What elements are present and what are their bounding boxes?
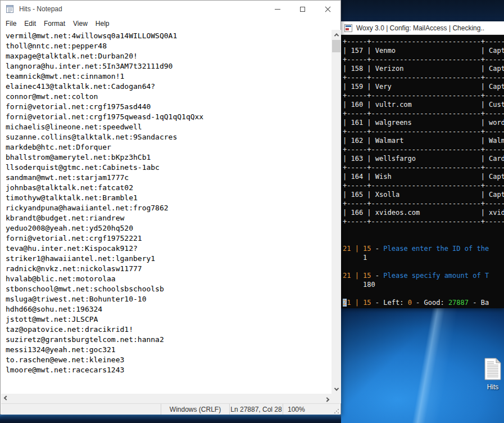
chevron-down-icon <box>334 386 338 390</box>
console-title: Woxy 3.0 | Config: MailAccess | Checking… <box>356 24 484 32</box>
notepad-window: Hits - Notepad File Edit Format View Hel… <box>0 0 341 415</box>
close-button[interactable] <box>315 1 340 17</box>
menu-help[interactable]: Help <box>92 18 113 29</box>
close-icon <box>325 6 331 12</box>
status-spacer <box>1 404 161 415</box>
status-cursor-position: Ln 27887, Col 28 <box>229 404 283 415</box>
maximize-icon <box>300 7 305 12</box>
menu-file[interactable]: File <box>2 18 20 29</box>
scroll-down-button[interactable] <box>332 384 341 394</box>
scroll-right-button[interactable] <box>322 394 332 403</box>
minimize-icon <box>275 9 280 10</box>
wallpaper-bottom-left <box>0 415 341 423</box>
notepad-text: vermil@mwt.net:4willowsq0a14WILLOWSQ0A1 … <box>1 30 332 375</box>
desktop: Hits Woxy 3.0 | Config: MailAccess | Che… <box>0 0 504 423</box>
chevron-up-icon <box>334 33 338 38</box>
desktop-icon-label: Hits <box>479 383 504 391</box>
notepad-titlebar[interactable]: Hits - Notepad <box>1 1 340 17</box>
console-output: +-----+---------------------------+-----… <box>341 35 504 308</box>
scroll-up-button[interactable] <box>332 30 341 39</box>
vertical-scroll-thumb[interactable] <box>332 40 340 52</box>
chevron-left-icon <box>3 395 8 400</box>
status-zoom-level: 100% <box>283 404 340 415</box>
vertical-scrollbar[interactable] <box>332 30 341 394</box>
resize-grip[interactable] <box>334 409 339 413</box>
notepad-statusbar: Windows (CRLF) Ln 27887, Col 28 100% <box>1 403 340 415</box>
notepad-menubar: File Edit Format View Help <box>1 17 340 30</box>
notepad-app-icon <box>6 4 15 14</box>
menu-format[interactable]: Format <box>40 18 69 29</box>
console-app-icon <box>344 24 352 32</box>
console-titlebar[interactable]: Woxy 3.0 | Config: MailAccess | Checking… <box>341 21 504 35</box>
status-line-ending: Windows (CRLF) <box>161 404 229 415</box>
notepad-edit-area[interactable]: vermil@mwt.net:4willowsq0a14WILLOWSQ0A1 … <box>1 30 332 394</box>
desktop-icon-hits[interactable]: Hits <box>479 358 504 391</box>
scrollbar-corner <box>332 394 341 403</box>
maximize-button[interactable] <box>290 1 315 17</box>
menu-view[interactable]: View <box>69 18 92 29</box>
chevron-right-icon <box>324 397 329 402</box>
notepad-title: Hits - Notepad <box>19 5 62 13</box>
text-file-icon <box>484 358 501 380</box>
menu-edit[interactable]: Edit <box>20 18 40 29</box>
wallpaper-top-right <box>340 0 504 22</box>
horizontal-scrollbar[interactable] <box>1 394 332 403</box>
minimize-button[interactable] <box>265 1 290 17</box>
scroll-left-button[interactable] <box>1 394 11 403</box>
console-window: Woxy 3.0 | Config: MailAccess | Checking… <box>340 21 504 308</box>
